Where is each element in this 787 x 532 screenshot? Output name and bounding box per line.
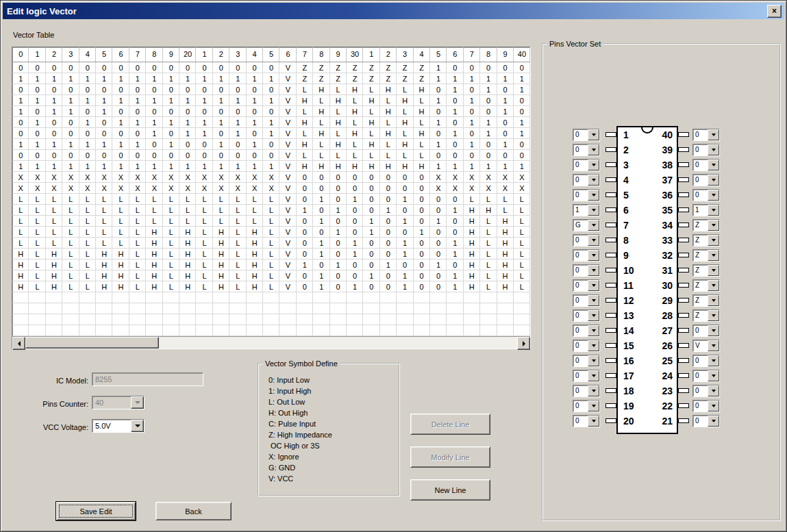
table-cell[interactable]: 0 [163, 150, 179, 161]
table-cell[interactable]: H [313, 128, 329, 139]
table-cell[interactable]: 1 [447, 84, 463, 95]
table-cell[interactable]: 1 [146, 117, 162, 128]
table-cell[interactable]: 0 [413, 205, 429, 216]
table-cell[interactable]: 0 [464, 128, 480, 139]
table-cell[interactable]: 1 [263, 117, 279, 128]
table-cell[interactable]: 0 [146, 62, 162, 73]
table-cell[interactable]: 0 [413, 216, 429, 227]
table-cell[interactable]: 1 [363, 270, 379, 281]
dropdown-arrow-button[interactable] [588, 280, 599, 291]
table-cell[interactable]: 1 [163, 95, 179, 106]
dropdown-arrow-button[interactable] [588, 190, 599, 201]
table-cell[interactable]: H [363, 95, 379, 106]
table-cell[interactable]: 0 [29, 128, 45, 139]
close-button[interactable]: × [767, 5, 782, 18]
table-cell[interactable]: 1 [29, 95, 45, 106]
table-cell[interactable]: H [46, 281, 62, 292]
table-cell[interactable]: H [179, 227, 196, 238]
table-cell[interactable]: 0 [246, 62, 262, 73]
table-cell[interactable]: L [413, 150, 429, 161]
dropdown-arrow-button[interactable] [708, 280, 719, 291]
table-cell[interactable]: 1 [229, 73, 246, 84]
table-cell[interactable]: 0 [146, 139, 162, 150]
table-cell[interactable]: 0 [196, 150, 212, 161]
table-cell[interactable]: 0 [430, 106, 447, 117]
table-cell[interactable]: 0 [430, 270, 447, 281]
table-cell[interactable]: 1 [196, 128, 212, 139]
table-cell[interactable]: 0 [62, 84, 79, 95]
table-cell[interactable]: L [363, 106, 379, 117]
table-cell[interactable]: 0 [146, 84, 162, 95]
dropdown-arrow-button[interactable] [588, 340, 599, 351]
table-cell[interactable]: 0 [363, 194, 379, 205]
table-cell[interactable]: H [397, 139, 413, 150]
table-cell[interactable]: 1 [430, 259, 447, 270]
table-cell[interactable]: 1 [12, 161, 29, 172]
table-cell[interactable]: L [129, 194, 146, 205]
table-cell[interactable]: L [163, 249, 179, 259]
table-cell[interactable]: X [146, 172, 162, 183]
table-cell[interactable]: 0 [464, 150, 480, 161]
pin-32-dropdown[interactable]: Z [692, 249, 720, 262]
table-cell[interactable]: H [96, 281, 112, 292]
table-cell[interactable]: 0 [46, 62, 62, 73]
table-cell[interactable]: 1 [246, 95, 262, 106]
table-cell[interactable]: H [112, 249, 129, 259]
table-cell[interactable]: H [413, 84, 429, 95]
table-cell[interactable]: Z [329, 73, 346, 84]
table-cell[interactable]: 0 [397, 227, 413, 238]
table-cell[interactable]: 0 [112, 128, 129, 139]
table-cell[interactable]: H [413, 128, 429, 139]
table-cell[interactable]: L [163, 216, 179, 227]
table-cell[interactable]: X [263, 172, 279, 183]
table-cell[interactable]: H [112, 281, 129, 292]
table-cell[interactable]: H [413, 161, 429, 172]
table-cell[interactable]: 0 [196, 84, 212, 95]
table-cell[interactable]: 1 [129, 161, 146, 172]
table-cell[interactable]: 0 [497, 128, 513, 139]
table-cell[interactable]: L [229, 238, 246, 249]
table-cell[interactable]: 0 [62, 150, 79, 161]
table-cell[interactable]: 1 [196, 73, 212, 84]
table-cell[interactable]: H [246, 259, 262, 270]
table-cell[interactable]: Z [413, 62, 429, 73]
table-cell[interactable]: 1 [397, 281, 413, 292]
table-cell[interactable]: 0 [46, 84, 62, 95]
table-cell[interactable]: H [179, 270, 196, 281]
pin-25-dropdown[interactable]: 0 [692, 355, 720, 367]
table-cell[interactable]: 1 [213, 139, 229, 150]
table-cell[interactable]: 1 [46, 106, 62, 117]
table-cell[interactable]: H [347, 161, 363, 172]
table-cell[interactable]: L [480, 227, 497, 238]
table-cell[interactable]: 0 [263, 106, 279, 117]
table-cell[interactable]: 0 [29, 106, 45, 117]
table-cell[interactable]: L [380, 95, 397, 106]
table-cell[interactable]: 0 [380, 183, 397, 194]
table-cell[interactable]: H [213, 270, 229, 281]
table-cell[interactable]: 1 [464, 117, 480, 128]
table-cell[interactable]: X [96, 172, 112, 183]
table-cell[interactable]: 0 [12, 117, 29, 128]
pin-34-dropdown[interactable]: Z [692, 219, 720, 231]
table-cell[interactable]: L [347, 139, 363, 150]
pin-29-dropdown[interactable]: Z [692, 294, 720, 307]
table-cell[interactable]: H [246, 238, 262, 249]
dropdown-arrow-button[interactable] [708, 295, 719, 306]
table-cell[interactable]: X [246, 172, 262, 183]
table-cell[interactable]: X [497, 172, 513, 183]
pin-23-dropdown[interactable]: 0 [692, 385, 720, 397]
table-cell[interactable]: 0 [163, 106, 179, 117]
table-cell[interactable]: X [96, 183, 112, 194]
table-cell[interactable]: X [112, 172, 129, 183]
table-cell[interactable]: Z [347, 62, 363, 73]
table-cell[interactable]: 1 [246, 117, 262, 128]
table-cell[interactable]: 1 [514, 73, 530, 84]
dropdown-arrow-button[interactable] [708, 340, 719, 351]
table-cell[interactable]: X [79, 183, 96, 194]
table-cell[interactable]: L [79, 249, 96, 259]
table-cell[interactable]: H [313, 106, 329, 117]
pin-35-dropdown[interactable]: 1 [692, 204, 720, 216]
table-cell[interactable]: V [279, 249, 296, 259]
table-cell[interactable]: 0 [363, 249, 379, 259]
table-cell[interactable]: L [46, 194, 62, 205]
